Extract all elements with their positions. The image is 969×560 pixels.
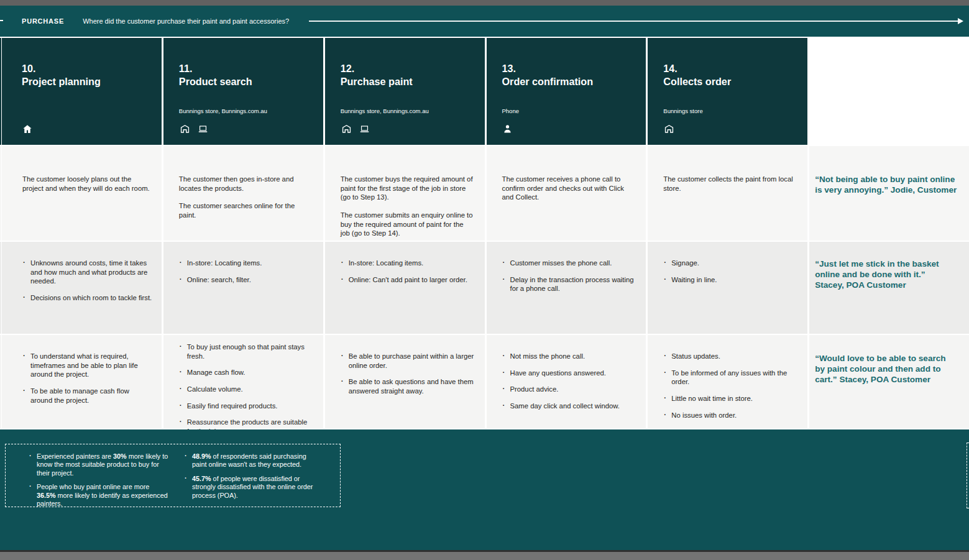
- list-item: To be able to manage cash flow around th…: [22, 387, 153, 405]
- pain-points-cell-13: Customer misses the phone call. Delay in…: [487, 242, 646, 334]
- action-text: The customer submits an enquiry online t…: [341, 211, 474, 238]
- step-channels: Bunnings store, Bunnings.com.au: [179, 108, 267, 114]
- research-insights-band: Experienced painters are 30% more likely…: [0, 429, 969, 550]
- action-text: The customer collects the paint from loc…: [663, 175, 796, 193]
- actions-cell-11: The customer then goes in-store and loca…: [163, 146, 323, 241]
- list-item: Product advice.: [502, 385, 638, 394]
- cropped-column-edge: [0, 242, 1, 334]
- stats-box: Experienced painters are 30% more likely…: [5, 444, 341, 507]
- store-icon: [663, 124, 675, 134]
- stats-box-partial-right: [967, 443, 969, 508]
- phase-arrow-icon: [309, 21, 958, 22]
- list-item: Easily find required products.: [179, 402, 315, 411]
- list-item: Customer misses the phone call.: [502, 259, 638, 268]
- list-item: Status updates.: [663, 352, 799, 361]
- action-text: The customer receives a phone call to co…: [502, 175, 635, 202]
- list-item: Calculate volume.: [179, 385, 315, 394]
- quote-cell: “Would love to be able to search by pain…: [809, 335, 969, 428]
- phase-question: Where did the customer purchase their pa…: [83, 17, 289, 25]
- person-icon: [502, 124, 513, 134]
- actions-cell-14: The customer collects the paint from loc…: [648, 146, 807, 241]
- list-item: Unknowns around costs, time it takes and…: [22, 259, 153, 286]
- step-title: Purchase paint: [341, 75, 476, 88]
- pain-points-cell-10: Unknowns around costs, time it takes and…: [2, 242, 162, 334]
- action-text: The customer searches online for the pai…: [179, 201, 312, 219]
- list-item: To buy just enough so that paint stays f…: [179, 342, 315, 360]
- list-item: Manage cash flow.: [179, 368, 315, 377]
- quote-cell: “Just let me stick in the basket online …: [809, 242, 969, 334]
- cropped-column-edge: [0, 335, 1, 428]
- store-icon: [341, 124, 352, 134]
- stat-item: 45.7% of people were dissatisfied or str…: [185, 475, 318, 500]
- step-icons: [22, 124, 33, 134]
- list-item: No issues with order.: [663, 411, 799, 420]
- step-title: Project planning: [22, 75, 153, 88]
- list-item: Decisions on which room to tackle first.: [22, 293, 153, 303]
- list-item: Online: Can't add paint to larger order.: [341, 275, 476, 285]
- phase-label: PURCHASE: [22, 17, 64, 25]
- list-item: Be able to ask questions and have them a…: [341, 377, 476, 395]
- stats-left-column: Experienced painters are 30% more likely…: [6, 444, 168, 507]
- step-header-10: 10. Project planning: [2, 38, 162, 145]
- step-header-12: 12. Purchase paint Bunnings store, Bunni…: [325, 38, 485, 145]
- customer-quote: “Just let me stick in the basket online …: [815, 259, 967, 290]
- list-item: Not miss the phone call.: [502, 352, 638, 361]
- stats-right-column: 48.9% of respondents said purchasing pai…: [168, 444, 318, 507]
- action-text: The customer then goes in-store and loca…: [179, 175, 312, 193]
- home-icon: [22, 124, 33, 134]
- phase-band: PURCHASE Where did the customer purchase…: [0, 6, 969, 37]
- needs-cell-10: To understand what is required, timefram…: [2, 335, 162, 428]
- action-text: The customer buys the required amount of…: [341, 175, 474, 202]
- actions-cell-13: The customer receives a phone call to co…: [487, 146, 646, 241]
- needs-cell-14: Status updates. To be informed of any is…: [648, 335, 807, 428]
- laptop-icon: [359, 124, 370, 134]
- page-bottom-edge: [0, 550, 969, 552]
- actions-cell-10: The customer loosely plans out the proje…: [2, 146, 162, 241]
- step-channels: Bunnings store, Bunnings.com.au: [341, 108, 429, 114]
- list-item: In-store: Locating items.: [341, 259, 476, 268]
- needs-cell-12: Be able to purchase paint within a large…: [325, 335, 485, 428]
- step-number: 12.: [341, 62, 476, 75]
- needs-cell-13: Not miss the phone call. Have any questi…: [487, 335, 646, 428]
- step-header-14: 14. Collects order Bunnings store: [648, 38, 807, 145]
- step-number: 13.: [502, 62, 638, 75]
- journey-map-page: PURCHASE Where did the customer purchase…: [0, 6, 969, 550]
- step-title: Product search: [179, 75, 315, 88]
- list-item: Waiting in line.: [663, 275, 799, 285]
- step-header-11: 11. Product search Bunnings store, Bunni…: [163, 38, 323, 145]
- stat-item: 48.9% of respondents said purchasing pai…: [185, 452, 318, 469]
- step-header-13: 13. Order confirmation Phone: [487, 38, 646, 145]
- stat-item: People who buy paint online are more 36.…: [29, 483, 168, 508]
- list-item: To understand what is required, timefram…: [22, 352, 153, 379]
- step-channels: Bunnings store: [663, 108, 702, 114]
- list-item: In-store: Locating items.: [179, 259, 315, 268]
- step-title: Collects order: [663, 75, 799, 88]
- list-item: To be informed of any issues with the or…: [663, 369, 799, 387]
- step-number: 10.: [22, 62, 153, 75]
- step-number: 14.: [663, 62, 799, 75]
- needs-cell-11: To buy just enough so that paint stays f…: [163, 335, 323, 428]
- list-item: Same day click and collect window.: [502, 402, 638, 411]
- list-item: Delay in the transaction process waiting…: [502, 275, 638, 293]
- cropped-column-edge: [0, 38, 1, 145]
- quote-cell: “Not being able to buy paint online is v…: [809, 146, 969, 241]
- customer-quote: “Would love to be able to search by pain…: [815, 353, 967, 385]
- header-spacer-cell: [809, 38, 969, 145]
- list-item: Be able to purchase paint within a large…: [341, 352, 476, 370]
- list-item: Signage.: [663, 259, 799, 268]
- list-item: Online: search, filter.: [179, 275, 315, 285]
- actions-cell-12: The customer buys the required amount of…: [325, 146, 485, 241]
- customer-quote: “Not being able to buy paint online is v…: [815, 174, 967, 195]
- action-text: The customer loosely plans out the proje…: [22, 175, 150, 193]
- step-icons: [663, 124, 675, 134]
- window-top-edge: [0, 0, 969, 6]
- step-icons: [179, 124, 209, 134]
- step-channels: Phone: [502, 108, 519, 114]
- pain-points-cell-12: In-store: Locating items. Online: Can't …: [325, 242, 485, 334]
- laptop-icon: [197, 124, 209, 134]
- step-number: 11.: [179, 62, 315, 75]
- journey-map: PURCHASE Where did the customer purchase…: [0, 0, 969, 560]
- store-icon: [179, 124, 191, 134]
- step-title: Order confirmation: [502, 75, 638, 88]
- step-icons: [341, 124, 370, 134]
